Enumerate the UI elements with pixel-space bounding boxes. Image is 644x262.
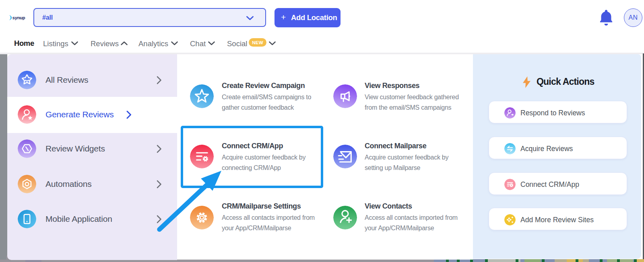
svg-text:synup: synup <box>12 15 25 20</box>
